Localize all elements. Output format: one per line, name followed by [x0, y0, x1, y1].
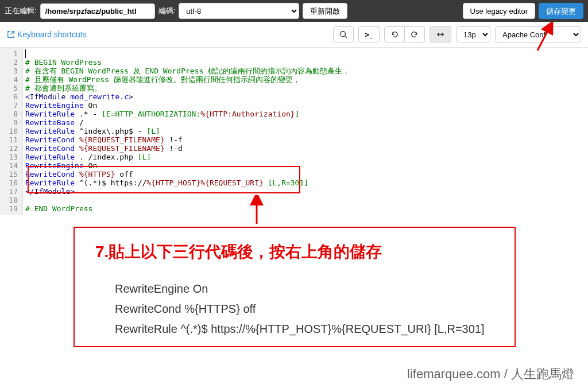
- cursor: [25, 49, 26, 58]
- undo-button[interactable]: [384, 26, 405, 42]
- instruction-code-2: RewriteCond %{HTTPS} off: [115, 302, 256, 316]
- save-button[interactable]: 儲存變更: [539, 3, 583, 19]
- editing-label: 正在編輯:: [5, 6, 37, 16]
- terminal-icon: >_: [365, 30, 373, 39]
- instruction-code-1: RewriteEngine On: [115, 282, 208, 296]
- legacy-editor-button[interactable]: Use legacy editor: [463, 3, 535, 19]
- syntax-mode-select[interactable]: Apache Conf: [495, 26, 581, 42]
- undo-redo-group: [384, 26, 425, 42]
- code-editor[interactable]: 12345678910111213141516171819 # BEGIN Wo…: [0, 48, 588, 215]
- instruction-title: 7.貼上以下三行代碼後，按右上角的儲存: [95, 241, 382, 263]
- search-button[interactable]: [333, 26, 354, 42]
- instruction-code-3: RewriteRule ^(.*)$ https://%{HTTP_HOST}%…: [115, 323, 485, 336]
- search-icon: [339, 30, 347, 38]
- watermark: lifemarquee.com / 人生跑馬燈: [407, 366, 574, 383]
- redo-button[interactable]: [405, 26, 425, 42]
- font-size-select[interactable]: 13px: [456, 26, 490, 42]
- encoding-label: 編碼:: [158, 6, 176, 16]
- top-bar: 正在編輯: 編碼: utf-8 重新開啟 Use legacy editor 儲…: [0, 0, 588, 22]
- line-gutter: 12345678910111213141516171819: [0, 48, 23, 215]
- undo-icon: [390, 30, 399, 38]
- file-path-input[interactable]: [40, 3, 155, 19]
- external-link-icon: [7, 30, 15, 38]
- editor-toolbar: Keyboard shortcuts >_ 13px Apache Conf: [0, 22, 588, 48]
- keyboard-shortcuts-link[interactable]: Keyboard shortcuts: [7, 30, 87, 39]
- code-area[interactable]: # BEGIN WordPress # 在含有 BEGIN WordPress …: [23, 48, 588, 215]
- reopen-button[interactable]: 重新開啟: [303, 3, 347, 19]
- redo-icon: [411, 30, 419, 38]
- svg-point-0: [341, 32, 346, 37]
- encoding-select[interactable]: utf-8: [179, 3, 299, 19]
- terminal-button[interactable]: >_: [358, 26, 380, 42]
- wrap-icon: [436, 30, 445, 38]
- keyboard-shortcuts-label: Keyboard shortcuts: [17, 30, 87, 39]
- wrap-button[interactable]: [430, 26, 451, 42]
